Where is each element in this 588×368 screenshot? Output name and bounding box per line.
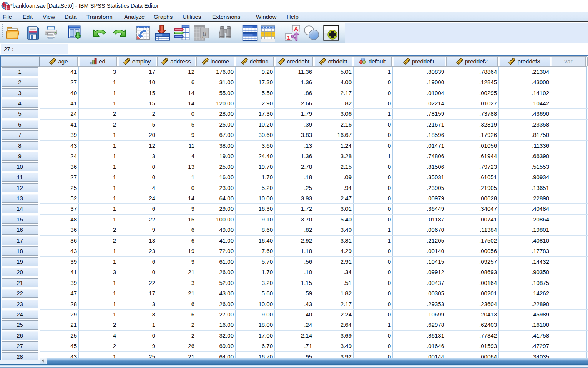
- svg-text:μ: μ: [202, 28, 206, 38]
- svg-text:1: 1: [287, 34, 291, 41]
- svg-text:A: A: [294, 25, 298, 32]
